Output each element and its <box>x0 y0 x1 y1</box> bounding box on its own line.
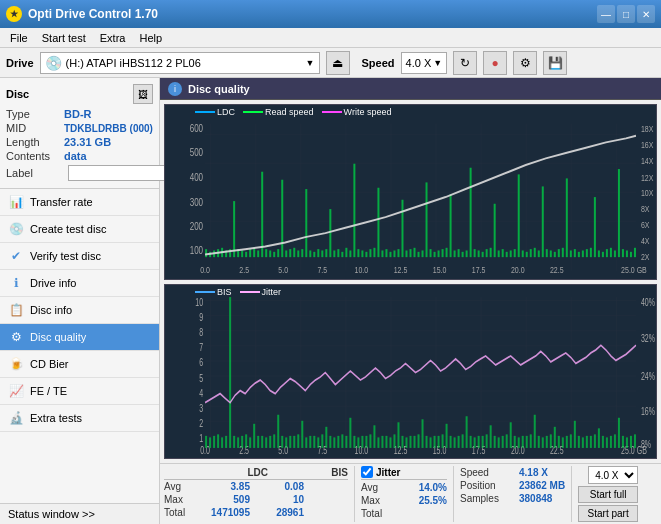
svg-rect-108 <box>530 249 532 257</box>
svg-rect-74 <box>393 250 395 257</box>
minimize-button[interactable]: — <box>597 5 615 23</box>
sidebar-item-disc-quality[interactable]: ⚙ Disc quality <box>0 324 159 351</box>
save-button[interactable]: 💾 <box>543 51 567 75</box>
svg-rect-42 <box>265 249 267 257</box>
sidebar-item-fe-te[interactable]: 📈 FE / TE <box>0 378 159 405</box>
speed-header-label: Speed <box>460 467 515 478</box>
svg-rect-126 <box>602 252 604 257</box>
svg-rect-262 <box>606 437 608 448</box>
eject-button[interactable]: ⏏ <box>326 51 350 75</box>
disc-color-button[interactable]: ● <box>483 51 507 75</box>
jitter-total-row: Total <box>361 507 447 520</box>
svg-rect-221 <box>442 434 444 448</box>
jitter-label: Jitter <box>376 467 400 478</box>
samples-label: Samples <box>460 493 515 504</box>
content-panel: i Disc quality LDC Read speed <box>160 78 661 524</box>
svg-rect-208 <box>389 437 391 448</box>
close-button[interactable]: ✕ <box>637 5 655 23</box>
avg-bis-value: 0.08 <box>254 481 304 492</box>
svg-text:32%: 32% <box>641 332 655 344</box>
settings-button[interactable]: ⚙ <box>513 51 537 75</box>
svg-rect-39 <box>253 248 255 257</box>
menu-extra[interactable]: Extra <box>94 31 132 45</box>
svg-rect-164 <box>213 435 215 447</box>
svg-rect-177 <box>265 437 267 448</box>
svg-rect-36 <box>241 250 243 257</box>
svg-rect-117 <box>566 178 568 257</box>
sidebar-item-cd-bier[interactable]: 🍺 CD Bier <box>0 351 159 378</box>
svg-rect-88 <box>450 194 452 257</box>
svg-rect-169 <box>233 435 235 447</box>
svg-text:4X: 4X <box>641 236 650 246</box>
sidebar-label-extra-tests: Extra tests <box>30 412 82 424</box>
disc-info-icon: 📋 <box>8 302 24 318</box>
sidebar-item-create-test-disc[interactable]: 💿 Create test disc <box>0 216 159 243</box>
svg-rect-86 <box>442 249 444 257</box>
svg-rect-124 <box>594 197 596 257</box>
svg-text:16X: 16X <box>641 140 654 150</box>
svg-rect-69 <box>373 248 375 257</box>
speed-position-block: Speed 4.18 X Position 23862 MB Samples 3… <box>453 466 565 522</box>
menu-file[interactable]: File <box>4 31 34 45</box>
svg-rect-78 <box>409 249 411 257</box>
svg-rect-50 <box>297 250 299 257</box>
speed-control-select[interactable]: 4.0 X 2.0 X 8.0 X <box>588 466 638 484</box>
menu-help[interactable]: Help <box>133 31 168 45</box>
svg-text:22.5: 22.5 <box>550 444 564 456</box>
svg-rect-210 <box>397 422 399 448</box>
title-bar-left: ★ Opti Drive Control 1.70 <box>6 6 158 22</box>
svg-rect-187 <box>305 437 307 448</box>
svg-text:22.5: 22.5 <box>550 265 564 275</box>
create-test-disc-icon: 💿 <box>8 221 24 237</box>
svg-rect-34 <box>233 201 235 257</box>
refresh-button[interactable]: ↻ <box>453 51 477 75</box>
disc-image-button[interactable]: 🖼 <box>133 84 153 104</box>
svg-rect-67 <box>365 252 367 257</box>
sidebar-item-verify-test-disc[interactable]: ✔ Verify test disc <box>0 243 159 270</box>
maximize-button[interactable]: □ <box>617 5 635 23</box>
svg-rect-100 <box>498 250 500 257</box>
sidebar-item-drive-info[interactable]: ℹ Drive info <box>0 270 159 297</box>
svg-rect-190 <box>317 437 319 448</box>
position-label: Position <box>460 480 515 491</box>
svg-rect-133 <box>630 252 632 257</box>
speed-selector[interactable]: 4.0 X ▼ <box>401 52 448 74</box>
svg-rect-227 <box>466 416 468 448</box>
disc-quality-icon: ⚙ <box>8 329 24 345</box>
svg-rect-241 <box>522 435 524 447</box>
svg-rect-111 <box>542 186 544 257</box>
total-ldc-value: 1471095 <box>200 507 250 518</box>
start-part-button[interactable]: Start part <box>578 505 638 522</box>
svg-rect-62 <box>345 248 347 257</box>
svg-rect-0 <box>205 124 636 271</box>
jitter-checkbox[interactable] <box>361 466 373 478</box>
sidebar-item-extra-tests[interactable]: 🔬 Extra tests <box>0 405 159 432</box>
svg-rect-171 <box>241 435 243 447</box>
svg-rect-202 <box>365 435 367 447</box>
sidebar-item-disc-info[interactable]: 📋 Disc info <box>0 297 159 324</box>
svg-rect-212 <box>405 437 407 448</box>
svg-rect-235 <box>498 437 500 448</box>
menu-start-test[interactable]: Start test <box>36 31 92 45</box>
svg-rect-83 <box>430 249 432 257</box>
disc-length-value: 23.31 GB <box>64 136 111 148</box>
svg-rect-82 <box>426 182 428 257</box>
disc-quality-header: i Disc quality <box>160 78 661 100</box>
svg-rect-238 <box>510 422 512 448</box>
drive-selector[interactable]: 💿 (H:) ATAPI iHBS112 2 PL06 ▼ <box>40 52 320 74</box>
svg-rect-63 <box>349 250 351 257</box>
disc-length-label: Length <box>6 136 64 148</box>
speed-dropdown-arrow: ▼ <box>433 58 442 68</box>
start-full-button[interactable]: Start full <box>578 486 638 503</box>
sidebar: Disc 🖼 Type BD-R MID TDKBLDRBB (000) Len… <box>0 78 160 524</box>
charts-container: LDC Read speed Write speed <box>160 100 661 463</box>
sidebar-item-transfer-rate[interactable]: 📊 Transfer rate <box>0 189 159 216</box>
svg-rect-251 <box>562 437 564 448</box>
svg-rect-52 <box>305 189 307 257</box>
status-window-button[interactable]: Status window >> <box>0 504 159 524</box>
svg-text:400: 400 <box>190 171 203 183</box>
svg-rect-58 <box>329 209 331 257</box>
svg-rect-195 <box>337 435 339 447</box>
svg-rect-214 <box>414 435 416 447</box>
legend-ldc: LDC <box>195 107 235 117</box>
